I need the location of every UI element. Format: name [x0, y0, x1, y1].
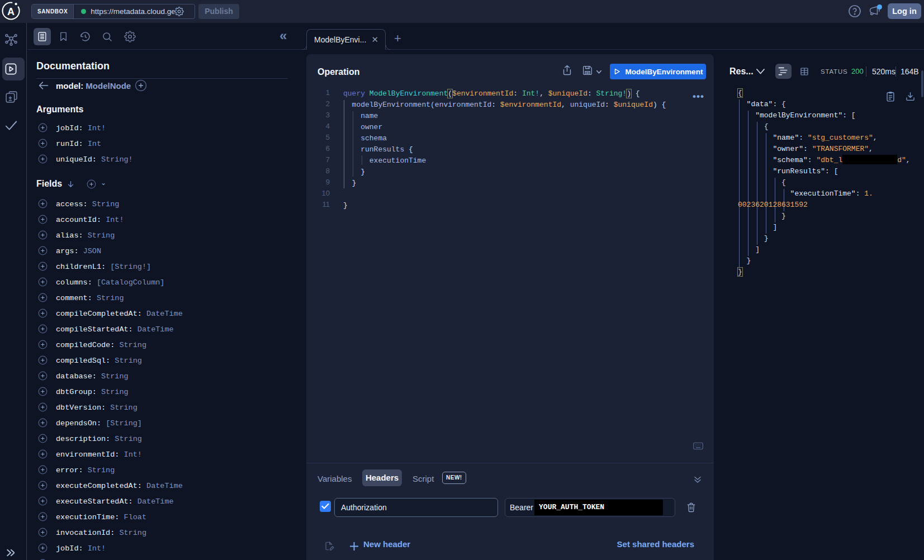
svg-text:A: A [7, 6, 15, 17]
